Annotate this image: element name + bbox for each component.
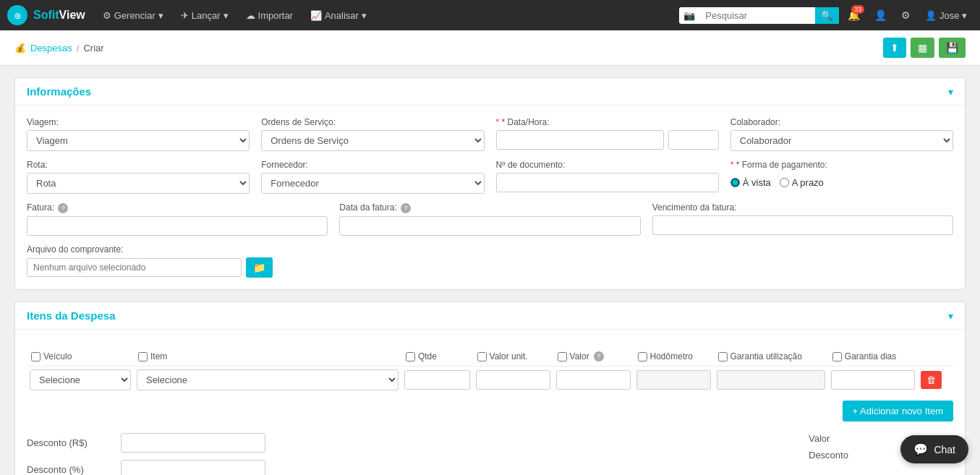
notifications-badge: 33 — [851, 5, 864, 14]
bottom-section: Desconto (R$) 0 Desconto (%) 0 Valor R$ … — [27, 433, 953, 475]
qtde-checkbox[interactable] — [406, 352, 415, 361]
ndoc-input[interactable] — [496, 173, 719, 192]
vencimento-input[interactable] — [652, 215, 953, 235]
aprazo-radio[interactable]: A prazo — [780, 177, 824, 188]
desconto-rs-label: Desconto (R$) — [27, 437, 114, 448]
garantia-dias-input[interactable] — [831, 370, 915, 390]
search-button[interactable]: 🔍 — [815, 7, 839, 24]
rota-group: Rota: Rota — [27, 160, 250, 194]
valor-checkbox[interactable] — [558, 352, 567, 361]
items-table-header: Veículo Item Qtde — [27, 347, 953, 367]
informacoes-toggle[interactable]: ▾ — [948, 86, 953, 98]
hodometro-input[interactable]: 0,0 — [636, 370, 711, 390]
notifications-icon[interactable]: 🔔 33 — [842, 9, 866, 21]
file-name-display — [27, 258, 242, 277]
td-delete: 🗑 — [918, 367, 953, 394]
data-fatura-input[interactable] — [339, 216, 640, 236]
garantia-util-input[interactable]: 0,0 — [717, 370, 825, 390]
fornecedor-group: Fornecedor: Fornecedor — [261, 160, 484, 194]
chat-bubble[interactable]: 💬 Chat — [900, 435, 968, 463]
desconto-rs-row: Desconto (R$) 0 — [27, 433, 483, 453]
td-hodometro: 0,0 — [634, 367, 714, 394]
colaborador-select[interactable]: Colaborador — [730, 130, 953, 151]
datetime-row: 15/09/2022 11:49 — [496, 130, 719, 150]
file-upload-button[interactable]: 📁 — [246, 257, 273, 278]
nav-lancar[interactable]: ✈ Lançar ▾ — [174, 6, 236, 25]
items-table: Veículo Item Qtde — [27, 347, 953, 393]
add-item-button[interactable]: + Adicionar novo Item — [843, 401, 953, 421]
fatura-help-icon[interactable]: ? — [58, 203, 68, 213]
breadcrumb-current: Criar — [83, 43, 103, 54]
veiculo-checkbox[interactable] — [31, 352, 41, 361]
informacoes-card: Informações ▾ Viagem: Viagem Ordens de S… — [14, 77, 966, 290]
profile-icon[interactable]: 👤 — [869, 9, 892, 21]
forma-pagamento-label: * * Forma de pagamento: — [730, 160, 953, 170]
export-table-button[interactable]: ▦ — [911, 38, 934, 58]
search-camera-icon: 📷 — [679, 7, 699, 24]
th-qtde: Qtde — [401, 347, 473, 367]
viagem-select[interactable]: Viagem — [27, 130, 250, 151]
desconto-rs-input[interactable]: 0 — [121, 433, 265, 453]
itens-title: Itens da Despesa — [27, 309, 116, 322]
nav-gerenciar[interactable]: ⚙ Gerenciar ▾ — [95, 6, 171, 25]
data-fatura-help-icon[interactable]: ? — [401, 203, 411, 213]
informacoes-title: Informações — [27, 85, 91, 98]
garantia-dias-checkbox[interactable] — [832, 352, 842, 361]
valor-input[interactable]: 0,00 — [556, 370, 631, 390]
vencimento-label: Vencimento da fatura: — [652, 202, 953, 213]
upload-button[interactable]: ⬆ — [883, 38, 906, 58]
fornecedor-select[interactable]: Fornecedor — [261, 173, 484, 194]
veiculo-row-select[interactable]: Selecione — [30, 369, 131, 390]
nav-analisar[interactable]: 📈 Analisar ▾ — [303, 6, 374, 25]
garantia-util-checkbox[interactable] — [718, 352, 728, 361]
chevron-down-icon: ▾ — [158, 10, 163, 21]
td-garantia-util: 0,0 — [714, 367, 828, 394]
ordens-select[interactable]: Ordens de Serviço — [261, 130, 484, 151]
settings-icon[interactable]: ⚙ — [895, 9, 916, 21]
search-input[interactable] — [699, 7, 815, 24]
datahora-label: * * Data/Hora: — [496, 117, 719, 127]
td-garantia-dias — [828, 367, 918, 394]
datahora-group: * * Data/Hora: 15/09/2022 11:49 — [496, 117, 719, 151]
import-icon: ☁ — [246, 10, 255, 21]
th-item: Item — [134, 347, 401, 367]
table-row: Selecione Selecione 0,00 0,00 — [27, 367, 953, 394]
item-checkbox[interactable] — [138, 352, 148, 361]
launch-icon: ✈ — [181, 10, 189, 21]
hodometro-checkbox[interactable] — [638, 352, 647, 361]
avista-radio[interactable]: À vista — [730, 177, 771, 188]
qtde-input[interactable]: 0,00 — [404, 370, 470, 390]
app-logo: ◎ — [7, 5, 27, 25]
breadcrumb-bar: 💰 Despesas / Criar ⬆ ▦ 💾 — [0, 30, 980, 66]
nav-importar[interactable]: ☁ Importar — [239, 6, 300, 25]
rota-select[interactable]: Rota — [27, 173, 250, 194]
ordens-group: Ordens de Serviço: Ordens de Serviço — [261, 117, 484, 151]
time-input[interactable]: 11:49 — [668, 130, 719, 150]
itens-toggle[interactable]: ▾ — [948, 310, 953, 322]
date-input[interactable]: 15/09/2022 — [496, 130, 664, 150]
rota-label: Rota: — [27, 160, 250, 170]
delete-row-button[interactable]: 🗑 — [921, 371, 942, 389]
valor-unit-input[interactable]: 0,00 — [476, 370, 550, 390]
fatura-group: Fatura: ? — [27, 202, 328, 236]
gear-icon: ⚙ — [103, 10, 111, 21]
vencimento-group: Vencimento da fatura: — [652, 202, 953, 236]
valor-unit-checkbox[interactable] — [477, 352, 487, 361]
data-fatura-label: Data da fatura: ? — [339, 202, 640, 213]
discount-grid: Desconto (R$) 0 Desconto (%) 0 — [27, 433, 483, 475]
arquivo-label: Arquivo do comprovante: — [27, 244, 273, 254]
chat-icon: 💬 — [913, 442, 928, 456]
breadcrumb-parent-link[interactable]: Despesas — [30, 43, 72, 54]
fatura-input[interactable] — [27, 216, 328, 236]
desconto-pct-input[interactable]: 0 — [121, 460, 265, 475]
breadcrumb-actions: ⬆ ▦ 💾 — [883, 38, 966, 58]
user-menu[interactable]: 👤 Jose ▾ — [919, 10, 973, 21]
valor-help-icon[interactable]: ? — [594, 351, 604, 361]
chevron-down-icon: ▾ — [362, 10, 367, 21]
breadcrumb-separator: / — [77, 43, 80, 54]
itens-header: Itens da Despesa ▾ — [15, 302, 965, 330]
radio-group: À vista A prazo — [730, 177, 953, 188]
save-button[interactable]: 💾 — [939, 38, 966, 58]
item-row-select[interactable]: Selecione — [137, 369, 399, 390]
info-row-1: Viagem: Viagem Ordens de Serviço: Ordens… — [27, 117, 953, 151]
